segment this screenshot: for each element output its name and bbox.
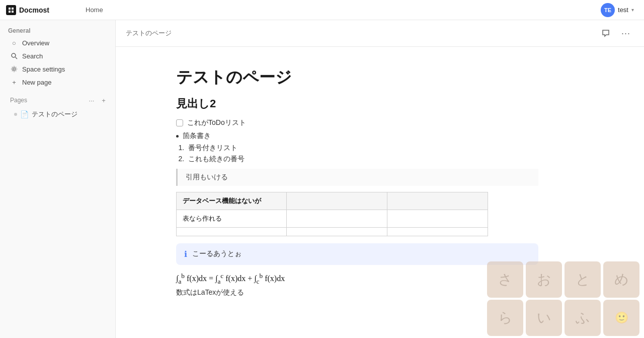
search-icon [10, 52, 18, 60]
sidebar-pages-section: Pages ··· + 📄 テストのページ [0, 93, 115, 121]
todo-checkbox[interactable] [176, 119, 183, 126]
sidebar-item-overview-label: Overview [22, 39, 105, 47]
document-body: テストのページ 見出し2 これがToDoリスト 箇条書き 番号付きリスト これも… [116, 47, 569, 338]
bullet-label: 箇条書き [183, 131, 211, 141]
nav-home[interactable]: Home [80, 4, 108, 16]
header-actions: ··· [598, 25, 634, 41]
todo-item: これがToDoリスト [176, 118, 538, 127]
main-layout: General ○ Overview Search Space settings… [0, 20, 644, 338]
doc-title: テストのページ [176, 67, 538, 88]
svg-rect-1 [12, 8, 14, 10]
breadcrumb-text: テストのページ [126, 29, 172, 38]
svg-line-5 [16, 57, 18, 59]
bullet-item: 箇条書き [176, 131, 538, 141]
svg-point-6 [13, 68, 16, 71]
table-header-3 [387, 192, 488, 210]
table-cell-2-1 [177, 227, 287, 236]
table-cell-1-2 [287, 210, 387, 227]
math-note: 数式はLaTexが使える [176, 288, 538, 297]
sidebar-item-search[interactable]: Search [2, 49, 113, 62]
table-header-row: データベース機能はないが [177, 192, 488, 210]
numbered-list: 番号付きリスト これも続きの番号 [176, 144, 538, 164]
sidebar-item-newpage-label: New page [22, 79, 105, 86]
math-formula: ∫ab f(x)dx = ∫ac f(x)dx + ∫cb f(x)dx [176, 272, 538, 286]
app-name: Docmost [19, 6, 49, 14]
page-doc-icon: 📄 [20, 110, 29, 118]
list-item-2: これも続きの番号 [186, 155, 538, 164]
callout-block: ℹ こーるあうとぉ [176, 243, 538, 265]
sidebar-item-settings-label: Space settings [22, 65, 105, 73]
svg-rect-2 [9, 11, 11, 13]
table-header-1: データベース機能はないが [177, 192, 287, 210]
list-item-1: 番号付きリスト [186, 144, 538, 153]
table-cell-1-1: 表なら作れる [177, 210, 287, 227]
more-button[interactable]: ··· [618, 25, 634, 41]
svg-rect-3 [12, 11, 14, 13]
more-icon: ··· [621, 28, 630, 39]
comment-button[interactable] [598, 25, 614, 41]
doc-table: データベース機能はないが 表なら作れる [176, 192, 488, 236]
sidebar-item-settings[interactable]: Space settings [2, 62, 113, 76]
pages-more-button[interactable]: ··· [86, 95, 97, 106]
topbar: Docmost Home TE test ▾ [0, 0, 644, 20]
blockquote-text: 引用もいける [186, 173, 228, 181]
sidebar-pages-header: Pages ··· + [2, 93, 113, 108]
svg-rect-0 [9, 8, 11, 10]
table-row-2 [177, 227, 488, 236]
sidebar-section-general: General [0, 24, 115, 36]
breadcrumb: テストのページ [126, 29, 598, 38]
callout-text: こーるあうとぉ [192, 249, 242, 258]
svg-point-4 [12, 53, 16, 57]
table-header-2 [287, 192, 387, 210]
todo-label: これがToDoリスト [187, 118, 246, 127]
table-cell-2-2 [287, 227, 387, 236]
logo-icon [6, 5, 16, 15]
info-icon: ℹ [184, 249, 187, 259]
overview-icon: ○ [10, 39, 18, 47]
table-row-1: 表なら作れる [177, 210, 488, 227]
sidebar-pages-actions: ··· + [86, 95, 109, 106]
sidebar-page-test[interactable]: 📄 テストのページ [2, 108, 113, 121]
table-cell-2-3 [387, 227, 488, 236]
username: test [618, 6, 628, 14]
plus-icon: + [10, 78, 18, 86]
blockquote: 引用もいける [176, 169, 538, 186]
sidebar-page-label: テストのページ [32, 110, 77, 119]
settings-icon [10, 65, 18, 73]
app-logo[interactable]: Docmost [6, 5, 76, 15]
sidebar-item-new-page[interactable]: + New page [2, 76, 113, 89]
sidebar: General ○ Overview Search Space settings… [0, 20, 116, 338]
sidebar-pages-title: Pages [10, 97, 86, 104]
doc-heading-2: 見出し2 [176, 96, 538, 111]
topbar-nav: Home [80, 4, 593, 16]
pages-add-button[interactable]: + [98, 95, 109, 106]
user-menu[interactable]: TE test ▾ [597, 1, 638, 19]
bullet-icon [176, 135, 179, 138]
chevron-down-icon: ▾ [631, 7, 634, 13]
content-header: テストのページ ··· [116, 20, 644, 47]
avatar: TE [601, 3, 615, 17]
sidebar-item-overview[interactable]: ○ Overview [2, 36, 113, 49]
page-dot-icon [14, 113, 17, 116]
sidebar-item-search-label: Search [22, 52, 105, 60]
content-area: テストのページ ··· テストのページ 見出し2 これがToDoリスト 箇条書き [116, 20, 644, 338]
table-cell-1-3 [387, 210, 488, 227]
